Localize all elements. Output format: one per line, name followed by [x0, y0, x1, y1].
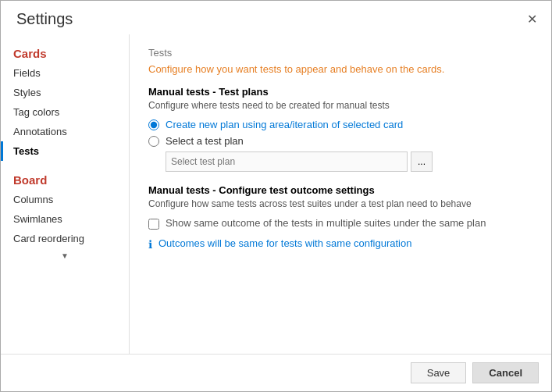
sidebar-item-fields[interactable]: Fields: [1, 63, 129, 83]
expand-arrow[interactable]: ▼: [1, 248, 129, 263]
manual-tests-title: Manual tests - Test plans: [148, 86, 532, 98]
manual-tests-desc: Configure where tests need to be created…: [148, 100, 532, 111]
dialog-body: Cards Fields Styles Tag colors Annotatio…: [1, 34, 551, 354]
settings-dialog: Settings ✕ Cards Fields Styles Tag color…: [0, 0, 552, 392]
info-row: ℹ Outcomes will be same for tests with s…: [148, 237, 532, 251]
sidebar-item-card-reordering[interactable]: Card reordering: [1, 229, 129, 248]
sidebar-item-annotations[interactable]: Annotations: [1, 122, 129, 141]
sidebar: Cards Fields Styles Tag colors Annotatio…: [1, 34, 130, 354]
sidebar-item-styles[interactable]: Styles: [1, 83, 129, 102]
sidebar-item-tag-colors[interactable]: Tag colors: [1, 102, 129, 122]
radio-option-2: Select a test plan: [148, 135, 532, 147]
sidebar-item-columns[interactable]: Columns: [1, 190, 129, 209]
radio-option-1: Create new plan using area/iteration of …: [148, 119, 532, 130]
sidebar-section-board: Board: [1, 169, 129, 190]
radio-create-plan-label[interactable]: Create new plan using area/iteration of …: [166, 119, 403, 130]
sidebar-item-tests[interactable]: Tests: [1, 141, 129, 161]
configure-desc: Configure how same tests across test sui…: [148, 198, 532, 209]
configure-section: Manual tests - Configure test outcome se…: [148, 184, 532, 251]
radio-group: Create new plan using area/iteration of …: [148, 119, 532, 147]
radio-select-plan-label[interactable]: Select a test plan: [166, 135, 244, 147]
info-text: Configure how you want tests to appear a…: [148, 63, 532, 75]
radio-create-plan[interactable]: [148, 119, 159, 130]
info-icon: ℹ: [148, 238, 152, 251]
select-plan-browse-button[interactable]: ...: [411, 151, 433, 172]
main-content: Tests Configure how you want tests to ap…: [130, 34, 551, 354]
info-message: Outcomes will be same for tests with sam…: [158, 237, 411, 249]
section-header: Tests: [148, 47, 532, 59]
dialog-footer: Save Cancel: [1, 354, 551, 391]
select-plan-input[interactable]: [166, 151, 408, 172]
cancel-button[interactable]: Cancel: [472, 362, 539, 383]
sidebar-item-swimlanes[interactable]: Swimlanes: [1, 209, 129, 229]
sidebar-section-cards: Cards: [1, 42, 129, 63]
same-outcome-checkbox[interactable]: [148, 219, 159, 230]
checkbox-label[interactable]: Show same outcome of the tests in multip…: [166, 217, 486, 229]
configure-title: Manual tests - Configure test outcome se…: [148, 184, 532, 196]
close-button[interactable]: ✕: [525, 12, 539, 27]
radio-select-plan[interactable]: [148, 136, 159, 147]
checkbox-row: Show same outcome of the tests in multip…: [148, 217, 532, 230]
save-button[interactable]: Save: [411, 362, 467, 383]
select-plan-row: ...: [166, 151, 532, 172]
title-bar: Settings ✕: [1, 1, 551, 34]
dialog-title: Settings: [16, 10, 73, 28]
